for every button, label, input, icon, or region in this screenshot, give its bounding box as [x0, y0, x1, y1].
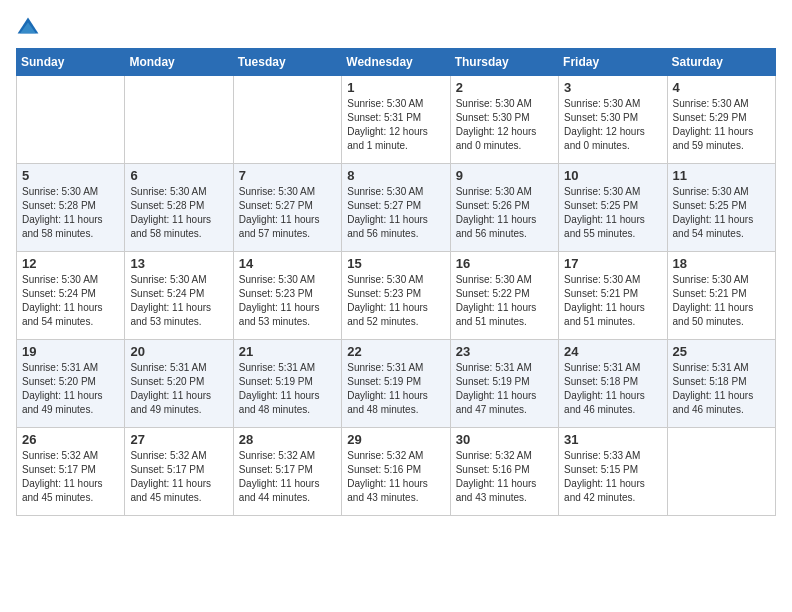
day-detail: Sunrise: 5:31 AM Sunset: 5:19 PM Dayligh…: [239, 361, 336, 417]
calendar-cell: [233, 76, 341, 164]
day-detail: Sunrise: 5:32 AM Sunset: 5:17 PM Dayligh…: [239, 449, 336, 505]
day-detail: Sunrise: 5:30 AM Sunset: 5:30 PM Dayligh…: [564, 97, 661, 153]
day-number: 25: [673, 344, 770, 359]
calendar-cell: 21Sunrise: 5:31 AM Sunset: 5:19 PM Dayli…: [233, 340, 341, 428]
calendar-cell: [125, 76, 233, 164]
day-detail: Sunrise: 5:30 AM Sunset: 5:22 PM Dayligh…: [456, 273, 553, 329]
day-number: 22: [347, 344, 444, 359]
day-number: 16: [456, 256, 553, 271]
calendar-week-row: 12Sunrise: 5:30 AM Sunset: 5:24 PM Dayli…: [17, 252, 776, 340]
day-detail: Sunrise: 5:30 AM Sunset: 5:27 PM Dayligh…: [347, 185, 444, 241]
day-detail: Sunrise: 5:30 AM Sunset: 5:30 PM Dayligh…: [456, 97, 553, 153]
calendar-week-row: 26Sunrise: 5:32 AM Sunset: 5:17 PM Dayli…: [17, 428, 776, 516]
calendar-cell: 12Sunrise: 5:30 AM Sunset: 5:24 PM Dayli…: [17, 252, 125, 340]
day-detail: Sunrise: 5:33 AM Sunset: 5:15 PM Dayligh…: [564, 449, 661, 505]
logo: [16, 16, 44, 40]
calendar-week-row: 5Sunrise: 5:30 AM Sunset: 5:28 PM Daylig…: [17, 164, 776, 252]
calendar-cell: 10Sunrise: 5:30 AM Sunset: 5:25 PM Dayli…: [559, 164, 667, 252]
calendar-cell: 13Sunrise: 5:30 AM Sunset: 5:24 PM Dayli…: [125, 252, 233, 340]
weekday-header-thursday: Thursday: [450, 49, 558, 76]
calendar-cell: 3Sunrise: 5:30 AM Sunset: 5:30 PM Daylig…: [559, 76, 667, 164]
day-number: 3: [564, 80, 661, 95]
calendar-cell: 19Sunrise: 5:31 AM Sunset: 5:20 PM Dayli…: [17, 340, 125, 428]
day-number: 30: [456, 432, 553, 447]
day-detail: Sunrise: 5:30 AM Sunset: 5:27 PM Dayligh…: [239, 185, 336, 241]
day-number: 8: [347, 168, 444, 183]
day-number: 12: [22, 256, 119, 271]
day-detail: Sunrise: 5:30 AM Sunset: 5:23 PM Dayligh…: [347, 273, 444, 329]
day-detail: Sunrise: 5:30 AM Sunset: 5:31 PM Dayligh…: [347, 97, 444, 153]
calendar-body: 1Sunrise: 5:30 AM Sunset: 5:31 PM Daylig…: [17, 76, 776, 516]
day-number: 14: [239, 256, 336, 271]
day-detail: Sunrise: 5:30 AM Sunset: 5:26 PM Dayligh…: [456, 185, 553, 241]
day-detail: Sunrise: 5:32 AM Sunset: 5:17 PM Dayligh…: [22, 449, 119, 505]
day-number: 11: [673, 168, 770, 183]
day-detail: Sunrise: 5:30 AM Sunset: 5:24 PM Dayligh…: [22, 273, 119, 329]
weekday-header-sunday: Sunday: [17, 49, 125, 76]
day-number: 21: [239, 344, 336, 359]
calendar-cell: 5Sunrise: 5:30 AM Sunset: 5:28 PM Daylig…: [17, 164, 125, 252]
calendar-cell: 31Sunrise: 5:33 AM Sunset: 5:15 PM Dayli…: [559, 428, 667, 516]
calendar-cell: 26Sunrise: 5:32 AM Sunset: 5:17 PM Dayli…: [17, 428, 125, 516]
calendar-table: SundayMondayTuesdayWednesdayThursdayFrid…: [16, 48, 776, 516]
day-number: 31: [564, 432, 661, 447]
day-number: 17: [564, 256, 661, 271]
day-detail: Sunrise: 5:30 AM Sunset: 5:23 PM Dayligh…: [239, 273, 336, 329]
day-number: 27: [130, 432, 227, 447]
day-detail: Sunrise: 5:32 AM Sunset: 5:16 PM Dayligh…: [347, 449, 444, 505]
day-number: 6: [130, 168, 227, 183]
day-number: 20: [130, 344, 227, 359]
calendar-cell: 11Sunrise: 5:30 AM Sunset: 5:25 PM Dayli…: [667, 164, 775, 252]
day-number: 24: [564, 344, 661, 359]
calendar-cell: 6Sunrise: 5:30 AM Sunset: 5:28 PM Daylig…: [125, 164, 233, 252]
calendar-cell: 9Sunrise: 5:30 AM Sunset: 5:26 PM Daylig…: [450, 164, 558, 252]
day-detail: Sunrise: 5:31 AM Sunset: 5:20 PM Dayligh…: [130, 361, 227, 417]
calendar-cell: 17Sunrise: 5:30 AM Sunset: 5:21 PM Dayli…: [559, 252, 667, 340]
calendar-cell: 20Sunrise: 5:31 AM Sunset: 5:20 PM Dayli…: [125, 340, 233, 428]
calendar-cell: 27Sunrise: 5:32 AM Sunset: 5:17 PM Dayli…: [125, 428, 233, 516]
weekday-header-saturday: Saturday: [667, 49, 775, 76]
calendar-week-row: 19Sunrise: 5:31 AM Sunset: 5:20 PM Dayli…: [17, 340, 776, 428]
day-detail: Sunrise: 5:32 AM Sunset: 5:17 PM Dayligh…: [130, 449, 227, 505]
page-header: [16, 16, 776, 40]
calendar-cell: 28Sunrise: 5:32 AM Sunset: 5:17 PM Dayli…: [233, 428, 341, 516]
calendar-header: SundayMondayTuesdayWednesdayThursdayFrid…: [17, 49, 776, 76]
calendar-cell: [667, 428, 775, 516]
day-number: 10: [564, 168, 661, 183]
day-detail: Sunrise: 5:31 AM Sunset: 5:19 PM Dayligh…: [456, 361, 553, 417]
calendar-cell: 29Sunrise: 5:32 AM Sunset: 5:16 PM Dayli…: [342, 428, 450, 516]
calendar-cell: 2Sunrise: 5:30 AM Sunset: 5:30 PM Daylig…: [450, 76, 558, 164]
weekday-header-row: SundayMondayTuesdayWednesdayThursdayFrid…: [17, 49, 776, 76]
day-detail: Sunrise: 5:30 AM Sunset: 5:24 PM Dayligh…: [130, 273, 227, 329]
calendar-cell: 15Sunrise: 5:30 AM Sunset: 5:23 PM Dayli…: [342, 252, 450, 340]
day-detail: Sunrise: 5:30 AM Sunset: 5:25 PM Dayligh…: [564, 185, 661, 241]
calendar-cell: 14Sunrise: 5:30 AM Sunset: 5:23 PM Dayli…: [233, 252, 341, 340]
calendar-cell: 8Sunrise: 5:30 AM Sunset: 5:27 PM Daylig…: [342, 164, 450, 252]
calendar-cell: 24Sunrise: 5:31 AM Sunset: 5:18 PM Dayli…: [559, 340, 667, 428]
day-detail: Sunrise: 5:30 AM Sunset: 5:28 PM Dayligh…: [130, 185, 227, 241]
day-number: 5: [22, 168, 119, 183]
day-detail: Sunrise: 5:30 AM Sunset: 5:21 PM Dayligh…: [564, 273, 661, 329]
day-number: 7: [239, 168, 336, 183]
day-detail: Sunrise: 5:30 AM Sunset: 5:25 PM Dayligh…: [673, 185, 770, 241]
day-number: 18: [673, 256, 770, 271]
calendar-week-row: 1Sunrise: 5:30 AM Sunset: 5:31 PM Daylig…: [17, 76, 776, 164]
calendar-cell: 16Sunrise: 5:30 AM Sunset: 5:22 PM Dayli…: [450, 252, 558, 340]
calendar-cell: 4Sunrise: 5:30 AM Sunset: 5:29 PM Daylig…: [667, 76, 775, 164]
weekday-header-monday: Monday: [125, 49, 233, 76]
day-number: 1: [347, 80, 444, 95]
calendar-cell: 23Sunrise: 5:31 AM Sunset: 5:19 PM Dayli…: [450, 340, 558, 428]
day-detail: Sunrise: 5:31 AM Sunset: 5:20 PM Dayligh…: [22, 361, 119, 417]
day-number: 26: [22, 432, 119, 447]
day-number: 28: [239, 432, 336, 447]
calendar-cell: 30Sunrise: 5:32 AM Sunset: 5:16 PM Dayli…: [450, 428, 558, 516]
day-detail: Sunrise: 5:30 AM Sunset: 5:28 PM Dayligh…: [22, 185, 119, 241]
calendar-cell: 7Sunrise: 5:30 AM Sunset: 5:27 PM Daylig…: [233, 164, 341, 252]
day-number: 29: [347, 432, 444, 447]
weekday-header-friday: Friday: [559, 49, 667, 76]
day-detail: Sunrise: 5:30 AM Sunset: 5:21 PM Dayligh…: [673, 273, 770, 329]
day-number: 13: [130, 256, 227, 271]
weekday-header-tuesday: Tuesday: [233, 49, 341, 76]
calendar-cell: 25Sunrise: 5:31 AM Sunset: 5:18 PM Dayli…: [667, 340, 775, 428]
calendar-cell: [17, 76, 125, 164]
